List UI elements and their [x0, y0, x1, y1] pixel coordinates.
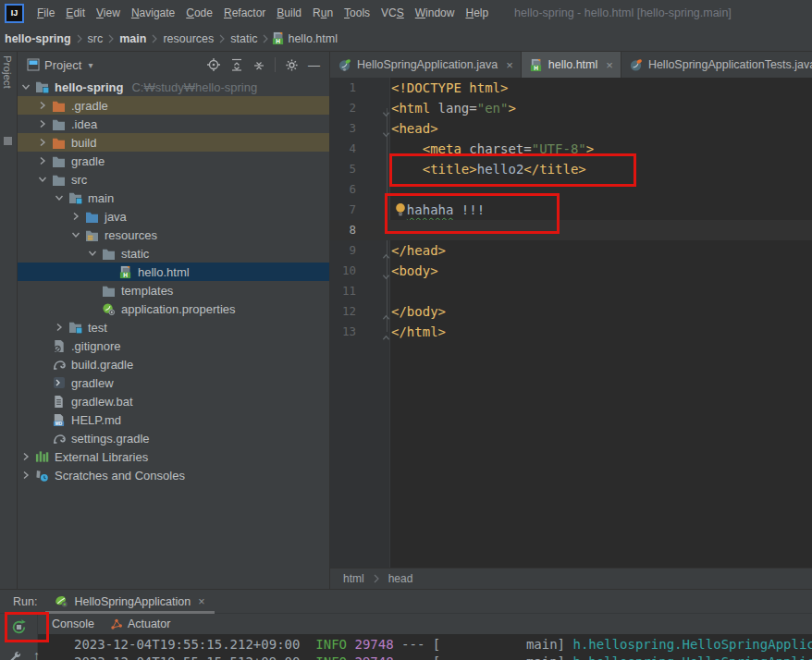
settings-wrench-icon[interactable]	[7, 650, 21, 660]
intellij-logo-icon[interactable]: IJ	[5, 4, 24, 23]
menu-window[interactable]: Window	[410, 4, 461, 22]
fold-gutter[interactable]	[356, 322, 391, 342]
project-panel-title[interactable]: Project	[44, 58, 81, 72]
stripe-toolwindow-icon[interactable]	[4, 137, 12, 145]
tree-item-settings-gradle[interactable]: settings.gradle	[18, 429, 329, 447]
code-text[interactable]: </body>	[391, 301, 446, 322]
chevron-down-icon[interactable]	[84, 249, 100, 258]
tree-item-idea[interactable]: .idea	[18, 115, 329, 133]
nav-crumb-resources[interactable]: resources	[160, 31, 216, 47]
code-editor[interactable]: 1<!DOCTYPE html>2<html lang="en">3<head>…	[330, 78, 812, 568]
menu-view[interactable]: View	[91, 4, 126, 22]
tree-item-gradle[interactable]: .gradle	[18, 96, 329, 115]
tree-item-hello-spring[interactable]: hello-springC:₩study₩hello-spring	[18, 78, 329, 96]
fold-up-icon[interactable]	[382, 327, 390, 348]
tab-console[interactable]: Console	[52, 617, 94, 630]
tree-item-gradlew[interactable]: gradlew	[18, 373, 329, 392]
gear-icon[interactable]	[285, 58, 299, 72]
menu-build[interactable]: Build	[271, 4, 307, 22]
editor-tab-hellospringapplication-java[interactable]: HelloSpringApplication.java×	[330, 52, 522, 78]
code-text[interactable]: <head>	[391, 118, 438, 139]
tree-item-java[interactable]: java	[18, 207, 329, 226]
hide-panel-icon[interactable]: —	[308, 58, 320, 72]
console-output[interactable]: 2023-12-04T19:55:15.212+09:00 INFO 29748…	[38, 634, 812, 660]
tree-item-static[interactable]: static	[18, 244, 329, 263]
code-text[interactable]: </html>	[391, 322, 446, 342]
run-configuration-tab[interactable]: HelloSpringApplication ×	[45, 590, 214, 613]
tree-item-build[interactable]: build	[18, 133, 329, 152]
chevron-right-icon[interactable]	[51, 323, 67, 332]
nav-crumb-src[interactable]: src	[85, 31, 106, 47]
fold-gutter[interactable]	[356, 261, 391, 281]
close-tab-icon[interactable]: ×	[506, 58, 513, 72]
editor-tab-hellospringapplicationtests-java[interactable]: HelloSpringApplicationTests.java×	[621, 52, 812, 78]
menu-run[interactable]: Run	[307, 4, 338, 22]
tree-item-main[interactable]: main	[18, 189, 329, 207]
select-opened-file-icon[interactable]	[206, 57, 221, 72]
tree-item-gradle[interactable]: gradle	[18, 152, 329, 170]
close-tab-icon[interactable]: ×	[606, 58, 613, 72]
tree-item-build-gradle[interactable]: build.gradle	[18, 355, 329, 373]
tree-item-help-md[interactable]: MDHELP.md	[18, 410, 329, 429]
editor-tab-hello-html[interactable]: Hhello.html×	[522, 52, 621, 78]
tree-item-gitignore[interactable]: .gitignore	[18, 336, 329, 355]
chevron-down-icon[interactable]: ▾	[88, 60, 92, 70]
tree-item-resources[interactable]: resources	[18, 226, 329, 244]
tree-item-gradlew-bat[interactable]: gradlew.bat	[18, 392, 329, 410]
stripe-project-button[interactable]: Project	[2, 55, 13, 89]
menu-refactor[interactable]: Refactor	[218, 4, 271, 22]
chevron-right-icon[interactable]	[18, 452, 33, 461]
tree-item-hello-html[interactable]: Hhello.html	[18, 263, 329, 281]
folder-resources-icon	[83, 229, 101, 241]
tree-item-templates[interactable]: templates	[18, 281, 329, 299]
chevron-down-icon[interactable]	[51, 193, 67, 202]
code-text[interactable]: </head>	[391, 240, 446, 261]
chevron-right-icon[interactable]	[34, 119, 50, 128]
tree-item-external-libraries[interactable]: External Libraries	[18, 447, 329, 466]
editor-area: HelloSpringApplication.java×Hhello.html×…	[330, 52, 812, 589]
code-text[interactable]: <meta charset="UTF-8">	[391, 139, 594, 159]
menu-file[interactable]: File	[31, 4, 60, 22]
breadcrumb-html[interactable]: html	[343, 572, 364, 585]
arrow-up-icon[interactable]: ↑	[33, 648, 40, 660]
nav-crumb-static[interactable]: static	[228, 31, 260, 47]
menu-vcs[interactable]: VCS	[375, 4, 410, 22]
code-line-11: 11	[330, 281, 812, 301]
nav-crumb-hello-spring[interactable]: hello-spring	[2, 31, 74, 47]
chevron-right-icon[interactable]	[68, 212, 83, 221]
menu-help[interactable]: Help	[460, 4, 494, 22]
code-text[interactable]: <!DOCTYPE html>	[391, 78, 508, 98]
intention-bulb-icon[interactable]	[394, 202, 407, 216]
fold-gutter[interactable]	[356, 240, 391, 261]
chevron-down-icon[interactable]	[68, 230, 83, 239]
code-text[interactable]: <html lang="en">	[391, 98, 516, 118]
fold-gutter[interactable]	[356, 118, 391, 139]
fold-gutter[interactable]	[356, 301, 391, 322]
tree-item-application-properties[interactable]: application.properties	[18, 299, 329, 318]
chevron-right-icon[interactable]	[34, 138, 50, 147]
close-icon[interactable]: ×	[198, 595, 204, 608]
tree-item-src[interactable]: src	[18, 170, 329, 189]
tab-actuator[interactable]: Actuator	[110, 617, 171, 630]
tree-item-scratches-and-consoles[interactable]: Scratches and Consoles	[18, 466, 329, 484]
chevron-right-icon[interactable]	[18, 471, 33, 480]
chevron-right-icon[interactable]	[34, 101, 50, 110]
tree-item-test[interactable]: test	[18, 318, 329, 336]
nav-crumb-main[interactable]: main	[117, 31, 149, 47]
menu-edit[interactable]: Edit	[60, 4, 91, 22]
code-text[interactable]: <body>	[391, 261, 438, 281]
nav-crumb-hello-html[interactable]: hello.html	[285, 31, 340, 47]
chevron-down-icon[interactable]	[18, 82, 33, 92]
code-text[interactable]: <title>hello2</title>	[391, 159, 586, 179]
menu-code[interactable]: Code	[180, 4, 218, 22]
toolbar-separator	[275, 57, 276, 72]
fold-gutter[interactable]	[356, 98, 391, 118]
breadcrumb-head[interactable]: head	[388, 572, 413, 585]
chevron-down-icon[interactable]	[34, 175, 50, 184]
chevron-right-icon[interactable]	[34, 156, 50, 165]
menu-tools[interactable]: Tools	[338, 4, 375, 22]
collapse-all-icon[interactable]	[252, 58, 265, 71]
expand-all-icon[interactable]	[230, 58, 243, 71]
rerun-button[interactable]	[10, 618, 28, 636]
menu-navigate[interactable]: Navigate	[126, 4, 180, 22]
